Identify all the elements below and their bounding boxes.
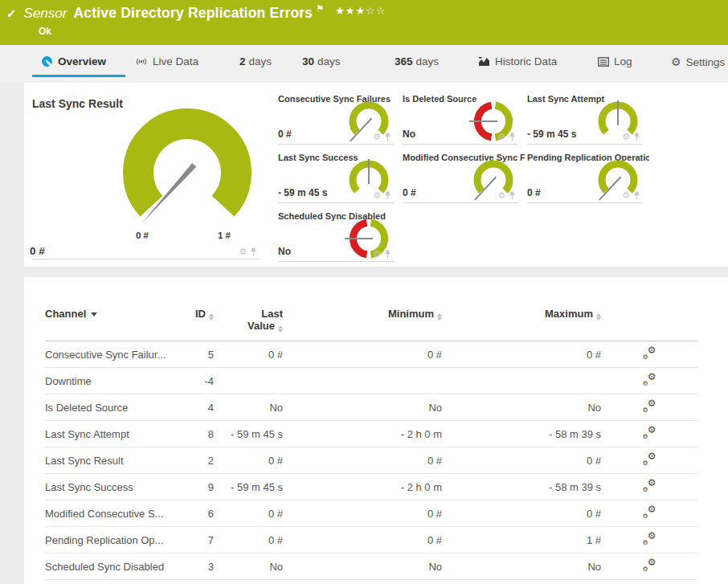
channel-name[interactable]: Consecutive Sync Failur... [45, 341, 167, 368]
channel-name[interactable]: Last Sync Attempt [45, 421, 167, 447]
tab-icon [41, 55, 53, 67]
tab-log[interactable]: Log [598, 55, 632, 75]
column-label: Maximum [545, 308, 593, 320]
gear-icon[interactable]: ⚙ [497, 133, 505, 141]
column-header-maximum[interactable]: Maximum [442, 308, 601, 341]
mini-gauge-cell[interactable]: Consecutive Sync Failures 0 # ⚙ [278, 92, 394, 145]
mini-gauge-cell[interactable]: Last Sync Attempt - 59 m 45 s ⚙ [527, 92, 643, 145]
table-row[interactable]: Downtime -4 ⚙⚙ [45, 368, 697, 394]
channel-settings-icon[interactable]: ⚙⚙ [643, 453, 656, 465]
pin-icon[interactable] [509, 191, 516, 200]
channel-minimum: 0 # [283, 527, 442, 553]
table-row[interactable]: Last Sync Attempt 8 - 59 m 45 s - 2 h 0 … [45, 421, 697, 447]
tab-days[interactable]: 30 days [302, 55, 341, 75]
gear-icon[interactable]: ⚙ [497, 191, 505, 200]
gear-icon[interactable]: ⚙ [373, 133, 381, 141]
channel-minimum: No [283, 553, 442, 580]
tab-icon [598, 57, 609, 67]
mini-gauge-value: - 59 m 45 s [278, 187, 327, 198]
gear-icon[interactable]: ⚙ [239, 247, 247, 256]
pin-icon[interactable] [384, 191, 391, 200]
gear-icon[interactable]: ⚙ [373, 191, 381, 200]
column-label: ID [195, 308, 206, 320]
tab-overview[interactable]: Overview [32, 55, 125, 77]
tab-historic-data[interactable]: Historic Data [478, 55, 557, 75]
channel-id: 8 [167, 421, 214, 447]
channel-last-value: 0 # [214, 500, 283, 527]
channel-maximum: 0 # [442, 341, 601, 368]
channel-settings-icon[interactable]: ⚙⚙ [643, 427, 656, 439]
table-header-row: Channel ID Last Value Minimum Maximum [45, 308, 697, 341]
channel-id: 4 [167, 394, 214, 421]
mini-gauge-cell[interactable]: Modified Consecutive Sync F... 0 # ⚙ [403, 151, 518, 203]
priority-flag-icon[interactable]: ⚑ [316, 3, 324, 14]
tab-settings[interactable]: ⚙ Settings [671, 55, 725, 76]
channel-name[interactable]: Downtime [45, 368, 167, 394]
table-row[interactable]: Consecutive Sync Failur... 5 0 # 0 # 0 #… [45, 341, 697, 368]
pin-icon[interactable] [250, 247, 257, 256]
tab-icon: ⚙ [671, 55, 681, 68]
channel-last-value: No [214, 394, 283, 421]
gauges-card: Last Sync Result 0 # 1 # 0 # ⚙ Consecuti… [24, 83, 728, 267]
mini-gauge-grid: Consecutive Sync Failures 0 # ⚙ Is Delet… [278, 92, 725, 262]
table-row[interactable]: Is Deleted Source 4 No No No ⚙⚙ [45, 394, 697, 421]
tab-number: 2 [239, 55, 246, 67]
pin-icon[interactable] [509, 133, 516, 141]
gear-icon[interactable]: ⚙ [373, 250, 381, 259]
gear-icon[interactable]: ⚙ [622, 133, 630, 141]
channel-settings-icon[interactable]: ⚙⚙ [643, 506, 656, 518]
channel-name[interactable]: Last Sync Success [45, 474, 167, 500]
channel-id: 7 [167, 527, 214, 553]
status-check-icon: ✓ [6, 6, 17, 21]
gear-icon[interactable]: ⚙ [622, 191, 630, 200]
column-header-channel[interactable]: Channel [45, 308, 167, 341]
sort-arrows-icon [278, 325, 283, 333]
channel-maximum: - 58 m 39 s [442, 421, 601, 447]
tab-number: 365 [395, 55, 413, 67]
main-gauge-cell[interactable]: Last Sync Result 0 # 1 # 0 # ⚙ [32, 94, 260, 259]
column-header-id[interactable]: ID [167, 308, 214, 341]
channel-name[interactable]: Scheduled Sync Disabled [45, 553, 167, 580]
channel-name[interactable]: Modified Consecutive S... [45, 500, 167, 527]
channel-last-value: - 59 m 45 s [214, 474, 283, 500]
tab-live-data[interactable]: Live Data [135, 55, 198, 75]
channel-settings-icon[interactable]: ⚙⚙ [643, 374, 656, 386]
table-row[interactable]: Pending Replication Op... 7 0 # 0 # 1 # … [45, 527, 697, 553]
column-header-last-value[interactable]: Last Value [214, 308, 283, 341]
mini-gauge-cell[interactable]: Is Deleted Source No ⚙ [403, 92, 518, 145]
tab-days[interactable]: 365 days [395, 55, 439, 75]
sensor-title: Active Directory Replication Errors [73, 5, 313, 22]
sort-arrows-icon [437, 313, 442, 321]
pin-icon[interactable] [633, 133, 640, 141]
table-row[interactable]: Scheduled Sync Disabled 3 No No No ⚙⚙ [45, 553, 697, 580]
channel-id: 9 [167, 474, 214, 500]
table-row[interactable]: Last Sync Result 2 0 # 0 # 0 # ⚙⚙ [45, 447, 697, 474]
channel-table-card: Channel ID Last Value Minimum Maximum [24, 277, 728, 584]
channel-settings-icon[interactable]: ⚙⚙ [643, 559, 656, 571]
column-header-actions [601, 308, 697, 341]
channel-name[interactable]: Pending Replication Op... [45, 527, 167, 553]
channel-last-value: 0 # [214, 527, 283, 553]
channel-settings-icon[interactable]: ⚙⚙ [643, 347, 656, 359]
channel-settings-icon[interactable]: ⚙⚙ [643, 533, 656, 545]
column-header-minimum[interactable]: Minimum [283, 308, 442, 341]
sort-arrows-icon [596, 313, 601, 321]
channel-name[interactable]: Last Sync Result [45, 447, 167, 474]
table-row[interactable]: Modified Consecutive S... 6 0 # 0 # 0 # … [45, 500, 697, 527]
mini-gauge-cell[interactable]: Scheduled Sync Disabled No ⚙ [278, 210, 394, 262]
mini-gauge-cell[interactable]: Last Sync Success - 59 m 45 s ⚙ [278, 151, 394, 203]
mini-gauge-cell[interactable]: Pending Replication Operatio... 0 # ⚙ [527, 151, 643, 203]
channel-id: 3 [167, 553, 214, 580]
channel-last-value [214, 368, 283, 394]
priority-stars[interactable]: ★★★☆☆ [335, 5, 386, 17]
tab-label: Overview [58, 55, 106, 67]
channel-last-value: 0 # [214, 341, 283, 368]
tab-days[interactable]: 2 days [239, 55, 272, 75]
channel-name[interactable]: Is Deleted Source [45, 394, 167, 421]
channel-settings-icon[interactable]: ⚙⚙ [643, 480, 656, 492]
pin-icon[interactable] [633, 191, 640, 200]
channel-settings-icon[interactable]: ⚙⚙ [643, 400, 656, 412]
pin-icon[interactable] [384, 250, 391, 259]
pin-icon[interactable] [384, 133, 391, 141]
table-row[interactable]: Last Sync Success 9 - 59 m 45 s - 2 h 0 … [45, 474, 697, 500]
